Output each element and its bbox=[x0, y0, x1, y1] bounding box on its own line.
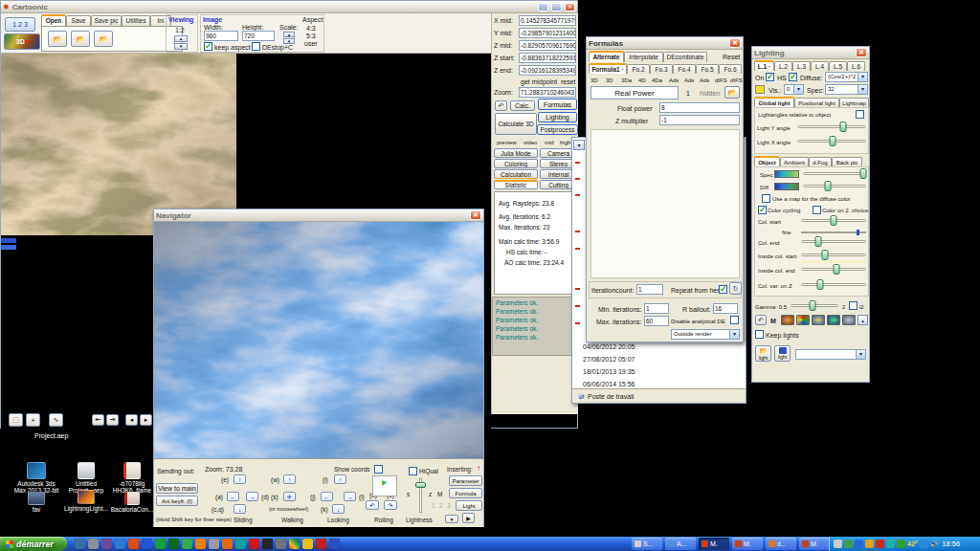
z-mid-field[interactable]: -0.829057096176901 bbox=[519, 40, 576, 51]
walk-forward-button[interactable]: ↑ bbox=[283, 474, 296, 484]
ani-keyfr-button[interactable]: Ani keyfr. (f) bbox=[156, 496, 198, 506]
quicklaunch-icon[interactable] bbox=[182, 539, 192, 549]
close-button[interactable]: ✕ bbox=[565, 3, 575, 11]
formulas-titlebar[interactable]: Formulas ✕ bbox=[587, 37, 743, 50]
light-preset-5[interactable] bbox=[842, 315, 856, 325]
minimize-button[interactable]: _ bbox=[538, 3, 548, 11]
outside-render-dropdown[interactable]: Outside render bbox=[671, 329, 740, 340]
y-angle-slider[interactable] bbox=[797, 121, 866, 132]
hiqual-checkbox[interactable] bbox=[409, 467, 417, 475]
tab-decombinate[interactable]: DEcombinate bbox=[663, 52, 707, 62]
viewing-down-button[interactable]: ▾ bbox=[174, 43, 188, 50]
insert-parameter-button[interactable]: Parameter bbox=[449, 475, 482, 486]
keep-lights-checkbox[interactable] bbox=[755, 330, 764, 339]
quicklaunch-icon[interactable] bbox=[302, 539, 313, 549]
x-mid-field[interactable]: 0.145278345771979 bbox=[519, 15, 576, 26]
diff-gradient-swatch[interactable] bbox=[774, 183, 799, 190]
look-up-button[interactable]: ↑ bbox=[334, 474, 346, 484]
slide-up-button[interactable]: ↑ bbox=[234, 474, 246, 484]
scale-up-button[interactable]: ▴ bbox=[283, 32, 295, 37]
quicklaunch-icon[interactable] bbox=[209, 539, 219, 549]
tab-l6[interactable]: L.6 bbox=[847, 61, 865, 71]
type-ads-3[interactable]: Ads bbox=[700, 77, 709, 85]
task-button[interactable]: M. bbox=[732, 538, 763, 550]
desktop-icon-project-label[interactable]: Project.aep bbox=[34, 431, 68, 440]
lighting-m-label[interactable]: M bbox=[770, 317, 776, 325]
quicklaunch-icon[interactable] bbox=[128, 539, 139, 549]
logo-3d-button[interactable]: 3D▾ bbox=[4, 33, 40, 50]
y-mid-field[interactable]: -0.298579012314003 bbox=[519, 28, 576, 38]
col-end-slider[interactable] bbox=[801, 236, 866, 247]
tray-icon[interactable] bbox=[897, 540, 905, 548]
type-3d-2[interactable]: 3D bbox=[606, 77, 613, 85]
step-first-button[interactable]: ⇤ bbox=[92, 414, 104, 426]
view-123-button[interactable]: 1 2 3 bbox=[5, 17, 35, 32]
maximize-button[interactable]: □ bbox=[551, 3, 562, 11]
desktop-icon-bacaloria[interactable]: BacaloriaCon... bbox=[109, 492, 155, 513]
tray-icon[interactable] bbox=[844, 540, 853, 548]
max-iterations-field[interactable]: 60 bbox=[644, 316, 669, 326]
navigator-close-button[interactable]: ✕ bbox=[470, 210, 481, 220]
light-preset-spin[interactable]: ▴ bbox=[858, 315, 868, 325]
quicklaunch-icon[interactable] bbox=[249, 539, 259, 549]
tab-julia-mode[interactable]: Julia Mode bbox=[494, 148, 538, 158]
fine-slider[interactable] bbox=[801, 230, 866, 235]
tab-interpolate[interactable]: Interpolate bbox=[624, 52, 663, 62]
repeat-checkbox[interactable] bbox=[719, 285, 727, 294]
gamma-slider[interactable] bbox=[791, 300, 838, 311]
type-4d[interactable]: 4D bbox=[638, 77, 646, 85]
light-color-swatch[interactable] bbox=[755, 85, 765, 94]
quality-mid[interactable]: mid bbox=[545, 139, 554, 147]
lightness-slider[interactable] bbox=[415, 478, 425, 513]
quicklaunch-icon[interactable] bbox=[101, 539, 112, 549]
volume-icon[interactable]: 🔊 bbox=[930, 540, 939, 548]
file-date[interactable]: 06/06/2014 15:56 bbox=[583, 380, 635, 388]
light-preset-1[interactable] bbox=[781, 315, 794, 325]
tab-fo5[interactable]: Fo.5 bbox=[696, 64, 719, 74]
type-ads-1[interactable]: Ads bbox=[669, 77, 679, 85]
file-date[interactable]: 27/08/2012 05:07 bbox=[583, 355, 635, 364]
tab-fo6[interactable]: Fo.6 bbox=[719, 64, 742, 74]
quicklaunch-icon[interactable] bbox=[155, 539, 166, 549]
tab-statistic[interactable]: Statistic bbox=[494, 180, 538, 189]
tab-global-light[interactable]: Global light bbox=[754, 97, 794, 107]
panel-next-button[interactable]: ▶ bbox=[462, 513, 475, 523]
tab-fo4[interactable]: Fo.4 bbox=[673, 64, 696, 74]
diffuse-dropdown[interactable]: (Cos/2+)^2 bbox=[825, 72, 868, 82]
slide-down-button[interactable]: ↓ bbox=[234, 504, 246, 514]
tab-l4[interactable]: L.4 bbox=[811, 61, 829, 71]
spec-dropdown[interactable]: 32 bbox=[825, 84, 868, 95]
file-dialog-dropdown-button[interactable]: ▾ bbox=[573, 140, 585, 150]
height-field[interactable]: 720 bbox=[242, 31, 275, 41]
tray-icon[interactable] bbox=[886, 540, 895, 548]
spec-slider[interactable] bbox=[803, 168, 866, 179]
light-preset-3[interactable] bbox=[812, 315, 825, 325]
quicklaunch-icon[interactable] bbox=[262, 539, 273, 549]
reset-button[interactable]: reset bbox=[561, 77, 576, 86]
look-down-button[interactable]: ↓ bbox=[332, 504, 345, 514]
navigator-titlebar[interactable]: Navigator ✕ bbox=[154, 209, 483, 222]
tab-l3[interactable]: L.3 bbox=[792, 61, 811, 71]
view-to-main-button[interactable]: View to main bbox=[156, 483, 198, 494]
roll-left-button[interactable]: ↶ bbox=[366, 500, 379, 510]
look-left-button[interactable]: ← bbox=[321, 492, 333, 501]
on-checkbox[interactable] bbox=[766, 73, 774, 81]
color-2choice-checkbox[interactable] bbox=[813, 206, 821, 214]
panel-drop-button[interactable]: ▼ bbox=[445, 515, 458, 523]
quicklaunch-icon[interactable] bbox=[276, 539, 286, 549]
task-button[interactable]: A... bbox=[665, 538, 696, 550]
tab-open[interactable]: Open bbox=[41, 14, 66, 26]
quality-preview[interactable]: preview bbox=[497, 139, 517, 147]
lighting-button[interactable]: Lighting bbox=[538, 112, 577, 122]
open-m3i-button[interactable]: 📂 bbox=[94, 31, 113, 47]
tray-icon[interactable] bbox=[855, 540, 863, 548]
navigator-render-image[interactable] bbox=[154, 222, 483, 458]
slide-left-button[interactable]: ← bbox=[227, 492, 239, 501]
main-titlebar[interactable]: ✸ Cartoonic _ □ ✕ bbox=[1, 1, 577, 13]
inside-start-slider[interactable] bbox=[801, 250, 866, 260]
tab-object[interactable]: Object bbox=[754, 156, 780, 166]
tab-save-pic[interactable]: Save pic bbox=[91, 15, 122, 26]
tab-back-pic[interactable]: Back pic bbox=[832, 157, 862, 166]
desktop-icon-3dsmax[interactable]: Autodesk 3ds Max 2013 32-bit bbox=[11, 462, 61, 494]
tab-dfog[interactable]: d.Fog bbox=[809, 157, 832, 166]
